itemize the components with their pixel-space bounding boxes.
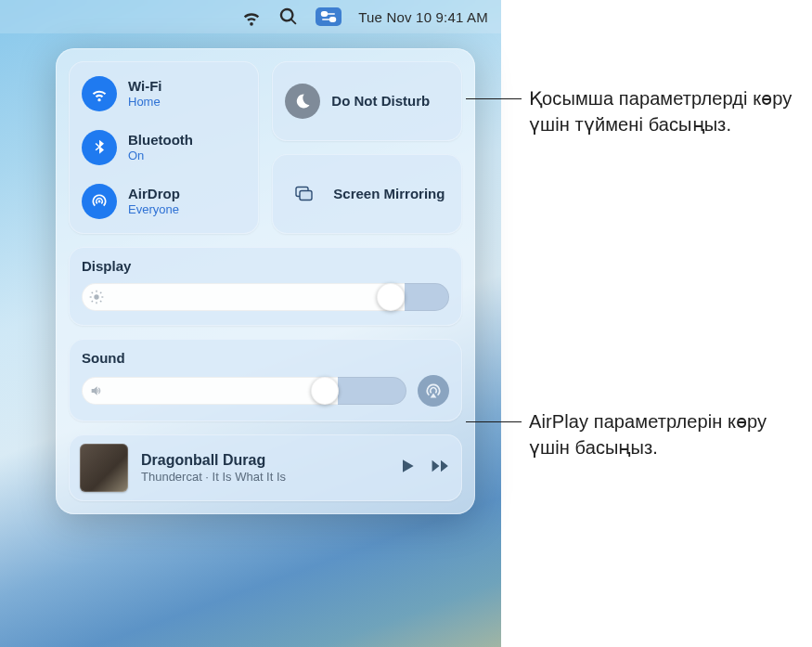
album-art	[80, 444, 128, 492]
now-playing-title: Dragonball Durag	[141, 452, 384, 469]
screen-mirroring-label: Screen Mirroring	[333, 186, 445, 202]
bluetooth-toggle[interactable]: Bluetooth On	[78, 124, 250, 171]
airdrop-status: Everyone	[128, 203, 180, 216]
control-center-menubar-icon[interactable]	[316, 7, 342, 26]
callout-leader	[466, 98, 522, 99]
do-not-disturb-tile[interactable]: Do Not Disturb	[272, 61, 462, 141]
dnd-label: Do Not Disturb	[331, 93, 430, 110]
svg-point-2	[94, 294, 98, 299]
screen-mirroring-icon	[285, 178, 322, 210]
slider-knob[interactable]	[311, 377, 339, 405]
now-playing-subtitle: Thundercat · It Is What It Is	[141, 470, 384, 484]
next-track-button[interactable]	[431, 457, 451, 479]
now-playing-card[interactable]: Dragonball Durag Thundercat · It Is What…	[69, 434, 462, 501]
wifi-label: Wi-Fi	[128, 79, 162, 95]
screen-mirroring-tile[interactable]: Screen Mirroring	[272, 154, 462, 234]
bluetooth-icon	[82, 130, 117, 165]
control-center-panel: Wi-Fi Home Bluetooth On AirDrop	[56, 48, 475, 514]
bluetooth-status: On	[128, 149, 193, 162]
display-label: Display	[82, 258, 449, 274]
airdrop-label: AirDrop	[128, 187, 180, 202]
menu-bar: Tue Nov 10 9:41 AM	[0, 0, 501, 33]
sound-volume-slider[interactable]	[82, 377, 406, 405]
wifi-toggle[interactable]: Wi-Fi Home	[78, 71, 250, 117]
connectivity-card: Wi-Fi Home Bluetooth On AirDrop	[69, 61, 259, 234]
play-button[interactable]	[397, 457, 418, 479]
wifi-status: Home	[128, 96, 162, 109]
volume-icon	[89, 383, 104, 398]
display-brightness-slider[interactable]	[82, 283, 449, 311]
airdrop-toggle[interactable]: AirDrop Everyone	[78, 178, 250, 225]
airplay-audio-button[interactable]	[418, 375, 449, 407]
bluetooth-label: Bluetooth	[128, 133, 193, 149]
svg-line-8	[100, 301, 101, 302]
svg-line-9	[92, 301, 93, 302]
svg-line-10	[100, 292, 101, 293]
airdrop-icon	[82, 184, 117, 219]
wifi-menubar-icon[interactable]	[241, 6, 262, 27]
brightness-low-icon	[89, 290, 104, 304]
svg-rect-1	[300, 191, 312, 201]
display-card: Display	[69, 247, 462, 326]
sound-label: Sound	[82, 350, 449, 366]
sound-card: Sound	[69, 339, 462, 421]
callout-dnd: Қосымша параметрлерді көру үшін түймені …	[529, 85, 798, 137]
spotlight-icon[interactable]	[278, 6, 299, 27]
menubar-datetime[interactable]: Tue Nov 10 9:41 AM	[358, 9, 488, 25]
wifi-icon	[82, 76, 117, 111]
callout-leader	[466, 421, 522, 422]
callout-airplay: AirPlay параметрлерін көру үшін басыңыз.	[529, 408, 798, 460]
moon-icon	[285, 84, 320, 119]
slider-knob[interactable]	[377, 283, 405, 311]
svg-line-7	[92, 292, 93, 293]
